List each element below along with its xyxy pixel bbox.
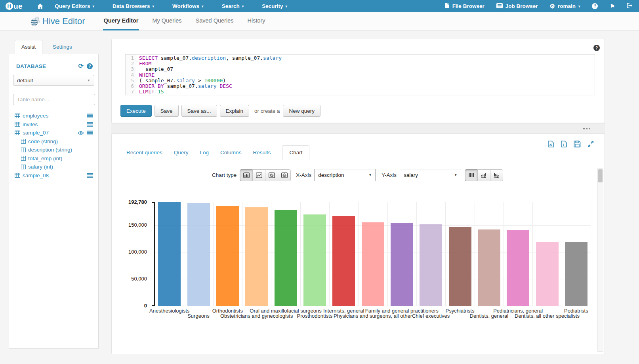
gridline-v (271, 202, 271, 306)
home-icon[interactable] (37, 3, 44, 9)
bar-surgeons[interactable] (187, 203, 210, 306)
export-excel-icon[interactable] (547, 140, 554, 148)
gridline-v (358, 202, 359, 306)
tab-history[interactable]: History (246, 12, 266, 30)
y-tick-label: 100,000 (128, 249, 147, 255)
tab-settings[interactable]: Settings (53, 44, 72, 50)
bar-chief-executives[interactable] (420, 224, 442, 306)
y-axis-tick (152, 305, 155, 306)
user-menu[interactable]: ⚙ romain ▾ (549, 3, 580, 9)
feedback-button[interactable]: ⚑ (610, 4, 615, 9)
y-axis-select[interactable]: salary ▼ (400, 169, 461, 181)
menu-security[interactable]: Security▾ (262, 3, 287, 9)
bar-psychiatrists[interactable] (449, 227, 471, 306)
results-tab-chart[interactable]: Chart (282, 145, 309, 160)
menu-data-browsers[interactable]: Data Browsers▾ (113, 3, 154, 9)
gridline-v (242, 202, 242, 306)
bar-oral-and-maxillofacial-surgeons[interactable] (275, 210, 297, 306)
y-tick-label: 192,780 (128, 199, 147, 205)
x-axis-select[interactable]: description ▼ (314, 169, 376, 181)
table-item-employees[interactable]: employees (9, 112, 98, 120)
bar-family-and-general-practitioners[interactable] (391, 223, 413, 306)
sort-asc-button[interactable] (477, 169, 490, 181)
help-button[interactable]: ? (592, 3, 598, 9)
column-item-description[interactable]: description (string) (9, 146, 98, 154)
save-button[interactable]: Save (155, 105, 179, 117)
results-tab-query[interactable]: Query (174, 146, 189, 160)
table-filter-input[interactable] (13, 94, 95, 105)
bar-prosthodontists[interactable] (303, 214, 326, 306)
fullscreen-icon[interactable] (587, 140, 594, 148)
export-csv-icon[interactable] (561, 140, 567, 148)
new-query-button[interactable]: New query (283, 105, 320, 117)
sql-code[interactable]: SELECT sample_07.description, sample_07.… (136, 55, 595, 95)
sort-desc-button[interactable] (490, 169, 503, 181)
panel-splitter[interactable] (111, 123, 605, 134)
chart-type-line-button[interactable] (252, 169, 265, 181)
column-item-code[interactable]: code (string) (9, 137, 98, 146)
hue-logo[interactable]: H ue (6, 2, 23, 11)
save-as-button[interactable]: Save as... (181, 105, 217, 117)
save-results-icon[interactable] (574, 140, 581, 148)
bar-dentists-all-other-specialists[interactable] (536, 242, 559, 306)
column-item-salary[interactable]: salary (int) (9, 163, 98, 171)
table-menu-icon[interactable] (87, 173, 93, 178)
database-select[interactable]: default ▼ (13, 75, 94, 86)
logout-button[interactable] (627, 3, 633, 9)
y-axis-labels: 192,780150,000100,00050,0000 (118, 202, 151, 306)
sql-editor[interactable]: 1234567 SELECT sample_07.description, sa… (125, 54, 595, 95)
x-label-dentists-all-other-specialists: Dentists, all other specialists (515, 313, 580, 319)
tab-saved-queries[interactable]: Saved Queries (195, 12, 235, 30)
chart-type-bars-button[interactable] (240, 169, 253, 181)
tab-query-editor[interactable]: Query Editor (103, 12, 139, 30)
table-item-sample-07[interactable]: sample_07 (9, 129, 98, 137)
bar-physicians-and-surgeons-all-other[interactable] (362, 222, 384, 306)
refresh-icon[interactable]: ⟳ (78, 63, 84, 69)
bar-pediatricians-general[interactable] (507, 230, 529, 306)
hue-logo-mark: H (6, 2, 13, 10)
bar-internists-general[interactable] (332, 216, 355, 306)
chart-type-map-button[interactable] (278, 169, 291, 181)
execute-button[interactable]: Execute (120, 105, 152, 117)
bar-orthodontists[interactable] (216, 206, 239, 306)
results-tab-log[interactable]: Log (200, 146, 209, 160)
explain-button[interactable]: Explain (220, 105, 249, 117)
sql-line-5: ( sample_07.salary > 100000) (139, 78, 595, 83)
table-item-sample-08[interactable]: sample_08 (9, 171, 98, 180)
menu-search[interactable]: Search▾ (222, 3, 244, 9)
results-tab-columns[interactable]: Columns (220, 146, 241, 160)
chart-type-group (240, 169, 291, 181)
table-menu-icon[interactable] (87, 131, 93, 135)
table-item-invites[interactable]: invites (9, 120, 98, 129)
bar-podiatrists[interactable] (565, 242, 587, 306)
table-icon (15, 173, 20, 178)
select-caret-icon: ▼ (87, 79, 90, 82)
results-tab-results[interactable]: Results (253, 146, 271, 160)
tab-my-queries[interactable]: My Queries (151, 12, 182, 30)
table-menu-icon[interactable] (87, 122, 93, 127)
database-help-icon[interactable]: ? (87, 63, 93, 69)
bar-anesthesiologists[interactable] (158, 202, 181, 306)
chart-type-pie-button[interactable] (265, 169, 278, 181)
tab-assist[interactable]: Assist (15, 40, 42, 54)
menu-query-editors[interactable]: Query Editors▾ (55, 3, 94, 9)
table-menu-icon[interactable] (87, 114, 93, 118)
results-scrollbar[interactable] (597, 168, 603, 352)
scrollbar-thumb[interactable] (598, 169, 603, 182)
bar-dentists-general[interactable] (478, 229, 500, 306)
column-item-total-emp[interactable]: total_emp (int) (9, 154, 98, 163)
results-tab-recent-queries[interactable]: Recent queries (126, 146, 162, 160)
hive-bee-icon (30, 16, 40, 27)
table-icon (15, 131, 20, 135)
bar-obstetricians-and-gynecologists[interactable] (245, 207, 268, 306)
menu-workflows[interactable]: Workflows▾ (172, 3, 204, 9)
eye-icon[interactable] (78, 131, 84, 135)
sign-out-icon (627, 3, 633, 9)
editor-help-icon[interactable]: ? (593, 45, 600, 51)
file-browser-button[interactable]: File Browser (444, 2, 484, 10)
resize-handle-icon[interactable] (583, 128, 590, 129)
job-browser-button[interactable]: Job Browser (496, 3, 538, 9)
chevron-down-icon: ▾ (285, 4, 287, 8)
app-title[interactable]: Hive Editor (42, 16, 85, 27)
sort-none-button[interactable] (465, 169, 478, 181)
